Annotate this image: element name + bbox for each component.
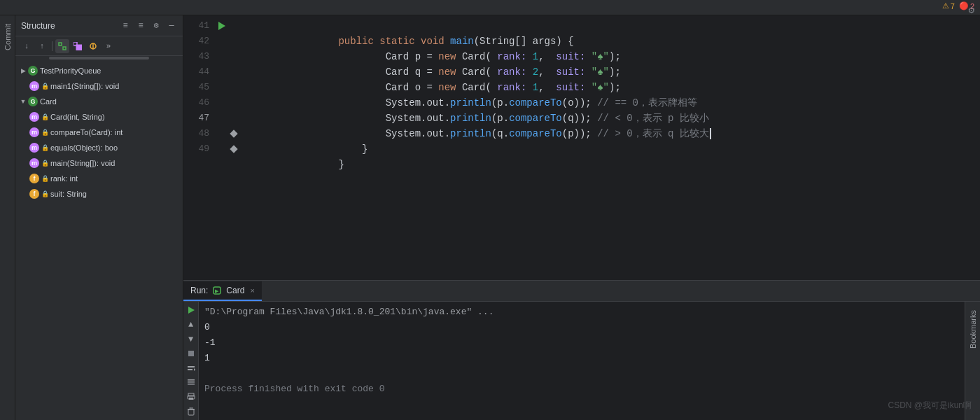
lock-icon-rank: 🔒: [41, 175, 49, 182]
run-btn-42: [215, 34, 229, 49]
svg-rect-13: [188, 379, 195, 381]
tree-item-card-constructor[interactable]: m 🔒 Card(int, String): [15, 109, 183, 125]
line-numbers: 41 42 43 44 45 46 47 48 49: [183, 15, 215, 280]
run-tab[interactable]: Run: ▶ Card ×: [183, 281, 262, 301]
run-left-bar: ▲ ▼: [183, 302, 199, 420]
run-tab-close[interactable]: ×: [250, 286, 254, 295]
toolbar-divider-1: [52, 41, 52, 51]
tree-text-card: Card: [40, 97, 57, 106]
bookmarks-label[interactable]: Bookmarks: [969, 307, 977, 351]
badge-m-main1: m: [29, 81, 39, 91]
bookmark-49: [229, 141, 239, 157]
tree-item-compareto[interactable]: m 🔒 compareTo(Card): int: [15, 125, 183, 140]
code-line-41: public static void main(String[] args) {: [244, 18, 980, 34]
error-icon: 🔴: [959, 1, 969, 10]
scroll-up-btn[interactable]: ▲: [185, 319, 197, 331]
warning-triangle-icon: ⚠: [942, 1, 949, 10]
settings-icon[interactable]: ⚙: [150, 20, 162, 31]
run-btn-48: [215, 126, 229, 141]
run-tab-name: Card: [226, 286, 244, 295]
tree-item-main2[interactable]: m 🔒 main(String[]): void: [15, 155, 183, 171]
stop-btn[interactable]: [185, 348, 197, 360]
minimize-icon[interactable]: —: [166, 20, 177, 31]
wrap-btn[interactable]: [185, 363, 197, 374]
collapse-icon[interactable]: [71, 39, 85, 53]
top-bar: ⚠ 7 🔴 2: [0, 0, 980, 15]
code-lines[interactable]: public static void main(String[] args) {…: [239, 15, 980, 280]
run-play-btn[interactable]: [185, 304, 197, 316]
line-num-47: 47: [183, 111, 215, 126]
tree-item-test-priority-queue[interactable]: ▶ G TestPriorityQueue: [15, 63, 183, 78]
tree-content: ▶ G TestPriorityQueue m 🔒 main1(String[]…: [15, 60, 183, 420]
commit-sidebar: Commit: [0, 15, 15, 420]
scroll-down-btn[interactable]: ▼: [185, 333, 197, 345]
tree-text-main1: main1(String[]): void: [50, 82, 119, 90]
editor-top: 41 42 43 44 45 46 47 48 49: [183, 15, 980, 280]
bookmark-44: [229, 64, 239, 80]
svg-rect-10: [188, 366, 195, 368]
bookmark-43: [229, 49, 239, 64]
tree-text-card-constructor: Card(int, String): [50, 113, 105, 121]
run-btn-41[interactable]: [215, 18, 229, 34]
tree-item-main1[interactable]: m 🔒 main1(String[]): void: [15, 78, 183, 94]
run-gutter: [215, 15, 229, 280]
trash-btn[interactable]: [185, 405, 197, 417]
tree-text-suit: suit: String: [50, 190, 87, 198]
commit-label[interactable]: Commit: [4, 21, 12, 53]
tree-text-main2: main(String[]): void: [50, 159, 115, 167]
run-tab-icon: ▶: [212, 286, 222, 295]
badge-m-constructor: m: [29, 112, 39, 122]
bookmark-45: [229, 80, 239, 95]
line-num-49: 49: [183, 141, 215, 157]
badge-f-rank: f: [29, 174, 39, 183]
editor-area[interactable]: 41 42 43 44 45 46 47 48 49: [183, 15, 980, 280]
line-num-43: 43: [183, 49, 215, 64]
svg-text:▶: ▶: [215, 288, 219, 293]
line-num-45: 45: [183, 80, 215, 95]
lock-icon-compareto: 🔒: [41, 129, 49, 136]
badge-m-compareto: m: [29, 127, 39, 137]
expand-icon[interactable]: [55, 39, 69, 53]
align-right-icon[interactable]: ≡: [135, 20, 146, 31]
scrollbar-thumb: [49, 57, 149, 59]
line-num-44: 44: [183, 64, 215, 80]
bottom-content: ▲ ▼: [183, 302, 980, 420]
badge-g-card: G: [28, 97, 38, 106]
run-btn-43: [215, 49, 229, 64]
badge-m-main2: m: [29, 158, 39, 168]
align-left-icon[interactable]: ≡: [120, 20, 131, 31]
print-btn[interactable]: [185, 391, 197, 403]
more-icon[interactable]: »: [102, 39, 115, 53]
svg-rect-0: [59, 43, 62, 46]
output-line-1: 1: [204, 351, 959, 366]
output-text-area[interactable]: "D:\Program Files\Java\jdk1.8.0_201\bin\…: [199, 302, 965, 420]
svg-marker-12: [194, 368, 195, 371]
tree-item-equals[interactable]: m 🔒 equals(Object): boo: [15, 140, 183, 155]
main-area: Commit Structure ≡ ≡ ⚙ — ↓ ↑: [0, 15, 980, 420]
bookmark-48b: [229, 126, 239, 141]
tree-text-rank: rank: int: [50, 174, 78, 183]
svg-marker-8: [188, 307, 195, 314]
run-btn-45: [215, 80, 229, 95]
bookmark-diamond-49: [230, 145, 237, 153]
badge-g: G: [28, 66, 38, 76]
sort-asc-icon[interactable]: ↓: [20, 39, 34, 53]
watermark: CSDN @我可是ikun啊: [888, 400, 972, 412]
svg-rect-14: [188, 382, 195, 383]
line-num-42: 42: [183, 34, 215, 49]
run-btn-47: [215, 111, 229, 126]
align-btn[interactable]: [185, 377, 197, 388]
bookmark-47: [229, 111, 239, 126]
sort-desc-icon[interactable]: ↑: [35, 39, 49, 53]
tree-item-rank[interactable]: f 🔒 rank: int: [15, 171, 183, 186]
settings-gear-icon[interactable]: ⚙: [969, 15, 974, 16]
structure-toolbar: ↓ ↑ »: [15, 36, 183, 56]
tree-item-card-class[interactable]: ▼ G Card: [15, 94, 183, 109]
svg-rect-19: [188, 410, 194, 415]
code-content: 41 42 43 44 45 46 47 48 49: [183, 15, 980, 280]
tree-item-suit[interactable]: f 🔒 suit: String: [15, 186, 183, 202]
bookmark-42: [229, 34, 239, 49]
bottom-panel: Run: ▶ Card × ⚙ ▲: [183, 280, 980, 420]
filter-icon[interactable]: [86, 39, 100, 53]
lock-icon-main2: 🔒: [41, 160, 49, 167]
